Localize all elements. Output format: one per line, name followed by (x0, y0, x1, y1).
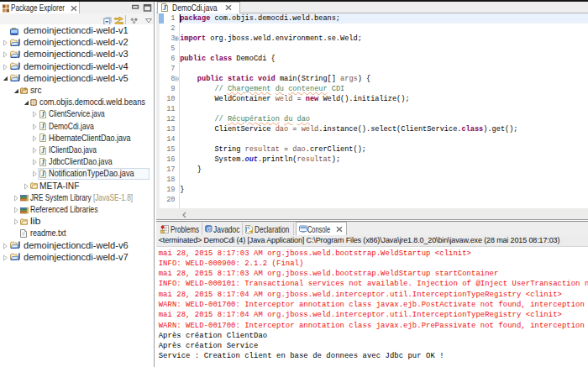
svg-text:J: J (41, 134, 45, 142)
svg-text:J: J (41, 159, 45, 166)
svg-text:@: @ (207, 226, 212, 232)
svg-text:J: J (41, 123, 45, 130)
svg-text:J: J (41, 111, 45, 118)
svg-text:J: J (41, 170, 45, 178)
svg-text:J: J (163, 4, 166, 12)
svg-text:J: J (41, 147, 45, 155)
